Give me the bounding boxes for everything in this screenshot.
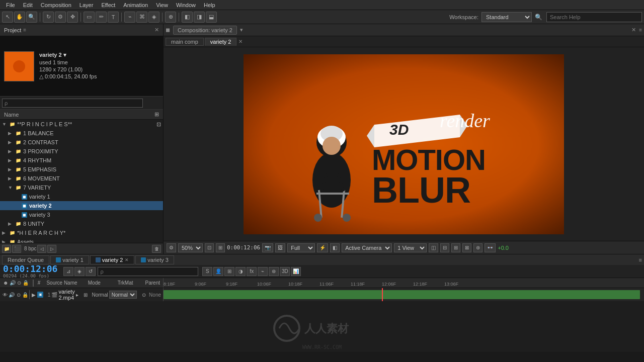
project-list[interactable]: ▼ 📁 **P R I N C I P L E S** ⊡ ▶ 📁 1 BALA… [0,120,163,243]
layout-btn-3[interactable]: ⊞ [451,243,460,252]
tl-graph-btn[interactable]: 📊 [291,267,301,276]
view-select[interactable]: 1 View [394,243,427,252]
new-folder-btn[interactable]: 📁 [2,245,11,253]
tab-variety2[interactable]: variety 2 [205,38,237,46]
tree-item-hierarchy[interactable]: ▶ 📁 *H I E R A R C H Y* [0,228,163,237]
pen-tool[interactable]: ✏ [96,12,107,23]
tree-item-contrast[interactable]: ▶ 📁 2 CONTRAST [0,138,163,147]
new-comp-btn[interactable]: ⬛ [12,245,21,253]
tree-item-emphasis[interactable]: ▶ 📁 5 EMPHASIS [0,165,163,174]
fit-btn[interactable]: ⊡ [205,243,214,252]
layout-btn-4[interactable]: ⊠ [462,243,471,252]
camera-select[interactable]: Active Camera [342,243,392,252]
workspace-select[interactable]: Standard [481,12,532,22]
tab-variety2-active[interactable]: variety 2 ✕ [90,255,135,264]
tree-item-proximity[interactable]: ▶ 📁 3 PROXIMITY [0,147,163,156]
tl-shy-btn[interactable]: 👤 [213,267,223,276]
camera-tool[interactable]: ⚙ [55,12,66,23]
pixel-aspect-btn[interactable]: ⊞ [216,243,225,252]
comp-header-arrow[interactable]: ▾ [240,27,243,33]
selection-tool[interactable]: ↖ [2,12,13,23]
brush-tool[interactable]: ⌁ [124,12,135,23]
comp-panel-menu[interactable]: ≡ [639,27,642,33]
menu-help[interactable]: Help [200,2,219,8]
layout-btn-1[interactable]: ◫ [429,243,438,252]
tree-item-unity[interactable]: ▶ 📁 8 UNITY [0,219,163,228]
tab-variety1[interactable]: variety 1 [50,255,89,264]
playhead[interactable] [382,288,383,301]
tab-render-queue[interactable]: Render Queue [2,255,49,264]
rotation-tool[interactable]: ↻ [43,12,54,23]
3d-glasses-btn[interactable]: 👓 [485,243,496,252]
project-panel-close[interactable]: ✕ [154,27,159,33]
time-display[interactable]: 0:00:12:06 [3,264,57,274]
timeline-search-input[interactable] [98,267,198,276]
clone-tool[interactable]: ⌘ [136,12,147,23]
tab-variety3[interactable]: variety 3 [135,255,174,264]
tree-item-variety1[interactable]: ◼ variety 1 [0,192,163,201]
tree-item-balance[interactable]: ▶ 📁 1 BALANCE [0,129,163,138]
quality-select[interactable]: Full [287,243,315,252]
menu-view[interactable]: View [152,2,172,8]
tl-loop-btn[interactable]: ↺ [86,267,96,276]
track-mode-select[interactable]: Normal [109,291,137,299]
track-visibility[interactable]: 👁 [2,291,8,298]
comp-settings-btn[interactable]: ⚙ [167,243,176,252]
puppet-tool[interactable]: ⊕ [165,12,176,23]
tab-main-comp[interactable]: main comp [166,38,204,46]
color-forward-btn[interactable]: ▷ [47,245,56,253]
timeline-panel-menu[interactable]: ≡ [639,257,642,263]
tl-3d-btn[interactable]: 3D [280,267,290,276]
align-btn-2[interactable]: ◨ [194,12,205,23]
layout-btn-2[interactable]: ⊟ [440,243,449,252]
menu-layer[interactable]: Layer [75,2,98,8]
tl-quality-btn[interactable]: ◑ [235,267,246,276]
tree-item-movement[interactable]: ▶ 📁 6 MOVEMENT [0,174,163,183]
delete-btn[interactable]: 🗑 [152,245,161,253]
tree-item-principles[interactable]: ▼ 📁 **P R I N C I P L E S** ⊡ [0,120,163,129]
snapshot-btn[interactable]: 📷 [262,243,273,252]
menu-animation[interactable]: Animation [119,2,152,8]
track-expand2[interactable]: ⊞ [84,291,90,298]
tl-mb-btn[interactable]: ⌁ [258,267,268,276]
comp-tab-btn[interactable]: Composition: variety 2 [173,26,237,35]
comp-header-extra[interactable]: ✕ [631,27,636,33]
align-btn-1[interactable]: ◧ [182,12,193,23]
tl-collapse-btn[interactable]: ⊞ [224,267,234,276]
project-panel-menu[interactable]: ≡ [23,27,26,33]
tab-close[interactable]: ✕ [238,39,243,44]
align-btn-3[interactable]: ⬓ [206,12,217,23]
layout-btn-5[interactable]: ⊛ [473,243,482,252]
menu-composition[interactable]: Composition [37,2,75,8]
tl-io-btn[interactable]: ⊿ [63,267,73,276]
rect-mask-tool[interactable]: ▭ [84,12,95,23]
track-solo[interactable]: ⊙ [16,291,21,298]
tree-item-variety3[interactable]: ◼ variety 3 [0,210,163,219]
tree-item-variety[interactable]: ▼ 📁 7 VARIETY [0,183,163,192]
show-snapshot-btn[interactable]: 🖼 [275,243,285,252]
project-search-input[interactable] [2,99,143,108]
pan-behind-tool[interactable]: ✥ [67,12,78,23]
track-options[interactable]: ▸ [76,291,83,298]
menu-window[interactable]: Window [172,2,200,8]
track-expand[interactable]: ▶ [31,291,36,298]
search-help-input[interactable] [546,12,642,22]
tree-item-assets[interactable]: ▶ 📁 Assets [0,237,163,243]
zoom-tool[interactable]: 🔍 [26,12,37,23]
eraser-tool[interactable]: ◈ [148,12,159,23]
transparency-btn[interactable]: ◧ [330,243,340,252]
track-audio[interactable]: 🔊 [9,291,15,298]
text-tool[interactable]: T [108,12,119,23]
tl-keys-btn[interactable]: ◈ [74,267,85,276]
menu-edit[interactable]: Edit [19,2,37,8]
tree-item-rhythm[interactable]: ▶ 📁 4 RHYTHM [0,156,163,165]
menu-file[interactable]: File [2,2,19,8]
tl-solo-btn[interactable]: S [202,267,212,276]
color-depth-btn[interactable]: ◁ [37,245,46,253]
tree-item-variety2[interactable]: ◼ variety 2 [0,201,163,210]
hand-tool[interactable]: ✋ [14,12,25,23]
menu-effect[interactable]: Effect [97,2,119,8]
fast-preview-btn[interactable]: ⚡ [317,243,328,252]
tl-adj-btn[interactable]: ⊛ [269,267,279,276]
tab-close-variety2[interactable]: ✕ [125,257,129,262]
